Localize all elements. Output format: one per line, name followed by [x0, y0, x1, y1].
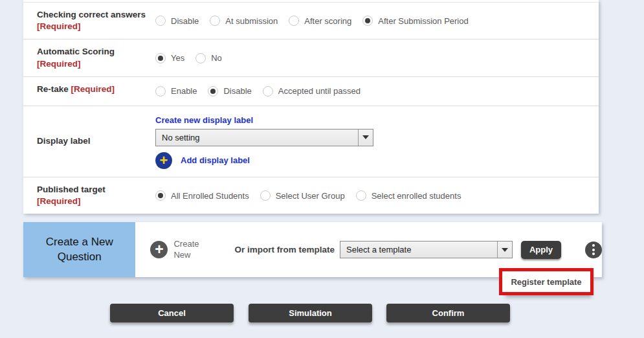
cancel-button[interactable]: Cancel [110, 304, 234, 322]
chevron-down-icon[interactable] [358, 130, 373, 146]
display-label-select[interactable]: No setting [155, 129, 373, 146]
radio-label: Yes [171, 53, 184, 63]
row-label: Re-take [Required] [23, 77, 155, 106]
row-label: Published target [Required] [23, 177, 155, 214]
select-value: Select a template [340, 245, 497, 254]
quiz-settings-page: Checking correct answers [Required] Disa… [0, 0, 644, 338]
row-label-text: Display label [37, 135, 91, 147]
radio-icon[interactable] [208, 86, 218, 96]
chevron-down-icon[interactable] [497, 242, 512, 258]
radio-option-accepted-until-passed[interactable]: Accepted until passed [263, 86, 361, 96]
radio-option-disable[interactable]: Disable [155, 16, 199, 26]
plus-icon: + [150, 241, 168, 258]
section-title: Create a New Question [23, 222, 135, 277]
radio-icon[interactable] [210, 16, 220, 26]
row-published-target: Published target [Required] All Enrolled… [23, 177, 599, 214]
row-checking-correct-answers: Checking correct answers [Required] Disa… [23, 2, 599, 39]
required-badge: [Required] [71, 84, 115, 94]
radio-option-select-user-group[interactable]: Select User Group [260, 190, 345, 201]
row-label-text: Automatic Scoring [37, 47, 115, 56]
radio-icon[interactable] [260, 190, 271, 201]
radio-label: Disable [223, 86, 251, 96]
radio-icon[interactable] [155, 190, 166, 201]
plus-icon[interactable]: + [155, 152, 172, 169]
radio-option-select-enrolled-students[interactable]: Select enrolled students [356, 190, 461, 201]
radio-option-yes[interactable]: Yes [155, 53, 184, 63]
radio-label: Enable [171, 86, 197, 96]
radio-icon[interactable] [155, 86, 166, 96]
radio-label: Select User Group [276, 191, 345, 201]
register-template-label: Register template [511, 277, 581, 287]
select-value: No setting [156, 133, 358, 142]
radio-option-after-scoring[interactable]: After scoring [289, 16, 351, 26]
register-template-menu-item[interactable]: Register template [499, 268, 594, 295]
row-options: Disable At submission After scoring Afte… [155, 3, 599, 39]
row-label-text: Published target [37, 185, 105, 194]
radio-label: At submission [225, 16, 278, 26]
radio-icon[interactable] [263, 86, 273, 96]
row-retake: Re-take [Required] Enable Disable Accept… [23, 76, 599, 106]
kebab-menu-icon[interactable] [585, 242, 602, 258]
radio-label: No [211, 53, 222, 63]
radio-option-all-enrolled-students[interactable]: All Enrolled Students [155, 190, 249, 201]
radio-label: After Submission Period [378, 16, 468, 26]
confirm-button[interactable]: Confirm [386, 304, 510, 322]
row-display-label: Display label Create new display label N… [23, 106, 599, 177]
row-options: Yes No [155, 39, 599, 76]
required-badge: [Required] [37, 21, 81, 31]
row-label-text: Re-take [37, 84, 69, 94]
radio-label: Accepted until passed [278, 86, 361, 96]
radio-icon[interactable] [195, 53, 206, 63]
row-label-text: Checking correct answers [37, 10, 146, 19]
radio-icon[interactable] [289, 16, 299, 26]
create-new-display-label-link[interactable]: Create new display label [155, 115, 253, 125]
radio-option-at-submission[interactable]: At submission [210, 16, 278, 26]
create-new-button[interactable]: + Create New [150, 239, 205, 260]
row-options: Enable Disable Accepted until passed [155, 77, 599, 106]
radio-option-after-submission-period[interactable]: After Submission Period [362, 16, 468, 26]
add-display-label[interactable]: + Add display label [155, 152, 599, 169]
template-select[interactable]: Select a template [340, 241, 513, 258]
simulation-button[interactable]: Simulation [249, 304, 372, 322]
radio-icon[interactable] [362, 16, 373, 26]
import-from-template-label: Or import from template [234, 245, 335, 254]
radio-icon[interactable] [155, 53, 166, 63]
radio-label: All Enrolled Students [171, 191, 249, 201]
row-label: Checking correct answers [Required] [23, 3, 155, 39]
radio-option-no[interactable]: No [195, 53, 222, 63]
row-label: Automatic Scoring [Required] [23, 39, 155, 76]
row-label: Display label [23, 106, 155, 177]
create-new-label: Create New [173, 239, 205, 260]
required-badge: [Required] [37, 59, 81, 69]
row-automatic-scoring: Automatic Scoring [Required] Yes No [23, 39, 599, 76]
apply-button[interactable]: Apply [521, 241, 561, 259]
radio-label: Select enrolled students [372, 191, 461, 201]
radio-icon[interactable] [155, 16, 166, 26]
row-options: All Enrolled Students Select User Group … [155, 177, 599, 214]
radio-label: Disable [171, 16, 199, 26]
radio-label: After scoring [304, 16, 351, 26]
radio-option-disable[interactable]: Disable [208, 86, 251, 96]
add-display-label-link[interactable]: Add display label [181, 155, 250, 165]
radio-option-enable[interactable]: Enable [155, 86, 197, 96]
radio-icon[interactable] [356, 190, 366, 201]
display-label-controls: Create new display label No setting + Ad… [155, 106, 599, 177]
settings-table: Checking correct answers [Required] Disa… [23, 0, 599, 214]
required-badge: [Required] [37, 196, 81, 206]
